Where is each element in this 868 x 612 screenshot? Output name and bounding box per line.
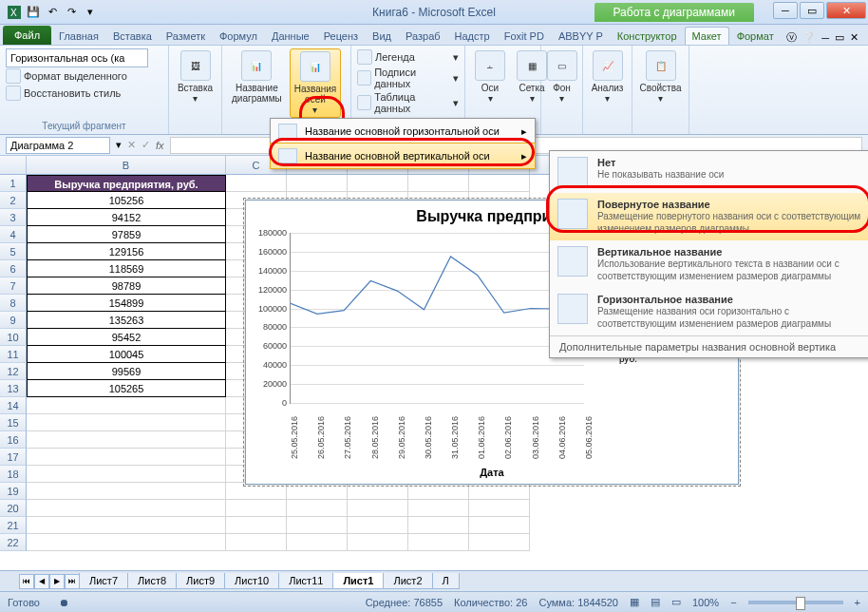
cell[interactable]: 118569	[27, 260, 226, 277]
close-button[interactable]: ✕	[826, 2, 866, 19]
cell[interactable]	[469, 500, 530, 517]
cell[interactable]	[408, 534, 469, 551]
row-header[interactable]: 16	[0, 431, 27, 449]
doc-close-icon[interactable]: ✕	[850, 31, 859, 44]
row-header[interactable]: 7	[0, 277, 27, 295]
cell[interactable]	[27, 500, 226, 517]
row-header[interactable]: 11	[0, 346, 27, 363]
tab-foxit[interactable]: Foxit PD	[498, 28, 551, 45]
cell[interactable]: 97859	[27, 226, 226, 243]
fx-icon[interactable]: fx	[156, 140, 164, 151]
sheet-tab[interactable]: Л	[432, 573, 460, 589]
sheet-nav-next[interactable]: ▶	[49, 574, 65, 589]
sheet-nav-first[interactable]: ⏮	[19, 574, 34, 589]
save-icon[interactable]: 💾	[25, 4, 42, 21]
view-pagebreak-icon[interactable]: ▭	[671, 596, 681, 608]
row-header[interactable]: 8	[0, 295, 27, 312]
option-horizontal[interactable]: Горизонтальное названиеРазмещение назван…	[550, 288, 868, 335]
row-header[interactable]: 5	[0, 243, 27, 260]
cell[interactable]	[226, 517, 287, 534]
legend-button[interactable]: Легенда▾	[357, 48, 459, 66]
chart-title-button[interactable]: 📊Название диаграммы	[228, 48, 286, 105]
minimize-button[interactable]: ─	[773, 2, 798, 19]
sheet-tab[interactable]: Лист1	[332, 573, 384, 589]
more-options[interactable]: Дополнительные параметры названия основн…	[550, 335, 868, 357]
cell[interactable]	[408, 175, 469, 192]
cell[interactable]: 154899	[27, 295, 226, 312]
tab-review[interactable]: Реценз	[317, 28, 365, 45]
row-header[interactable]: 2	[0, 192, 27, 209]
reset-style-button[interactable]: Восстановить стиль	[6, 85, 162, 102]
cell[interactable]	[348, 500, 408, 517]
cell[interactable]	[287, 500, 348, 517]
tab-data[interactable]: Данные	[265, 28, 316, 45]
cell[interactable]	[27, 517, 226, 534]
cell[interactable]	[348, 175, 408, 192]
row-header[interactable]: 9	[0, 312, 27, 329]
excel-icon[interactable]: X	[6, 4, 23, 21]
tab-view[interactable]: Вид	[366, 28, 398, 45]
properties-button[interactable]: 📋Свойства▾	[638, 48, 683, 105]
row-header[interactable]: 1	[0, 175, 27, 192]
row-header[interactable]: 12	[0, 363, 27, 380]
redo-icon[interactable]: ↷	[63, 4, 80, 21]
cell[interactable]	[348, 517, 408, 534]
zoom-in-icon[interactable]: +	[855, 597, 860, 608]
data-labels-button[interactable]: Подписи данных▾	[357, 66, 459, 90]
tab-formulas[interactable]: Формул	[213, 28, 264, 45]
ribbon-minimize-icon[interactable]: ⓥ	[786, 30, 797, 45]
cell[interactable]	[226, 175, 287, 192]
col-header-B[interactable]: B	[27, 156, 226, 174]
qat-more-icon[interactable]: ▾	[82, 4, 99, 21]
maximize-button[interactable]: ▭	[800, 2, 824, 19]
cell[interactable]: Выручка предприятия, руб.	[27, 175, 226, 192]
row-header[interactable]: 15	[0, 414, 27, 431]
cell[interactable]: 95452	[27, 329, 226, 346]
axis-titles-button[interactable]: 📊Названия осей▾	[290, 48, 342, 118]
cell[interactable]	[287, 534, 348, 551]
undo-icon[interactable]: ↶	[44, 4, 61, 21]
row-header[interactable]: 14	[0, 397, 27, 414]
chart-element-combo[interactable]	[6, 48, 148, 67]
tab-pagelayout[interactable]: Разметк	[160, 28, 212, 45]
tab-addins[interactable]: Надстр	[448, 28, 497, 45]
cell[interactable]	[408, 517, 469, 534]
sheet-tab[interactable]: Лист10	[224, 573, 279, 589]
chart-x-axis-label[interactable]: Дата	[246, 467, 738, 478]
zoom-slider[interactable]	[748, 601, 843, 604]
format-selection-button[interactable]: Формат выделенного	[6, 67, 162, 85]
tab-insert[interactable]: Вставка	[106, 28, 159, 45]
cell[interactable]	[27, 414, 226, 431]
zoom-level[interactable]: 100%	[692, 597, 719, 608]
cell[interactable]: 100045	[27, 346, 226, 363]
row-header[interactable]: 18	[0, 466, 27, 483]
background-button[interactable]: ▭Фон▾	[547, 48, 576, 105]
row-header[interactable]: 10	[0, 329, 27, 346]
cell[interactable]: 129156	[27, 243, 226, 260]
cell[interactable]: 98789	[27, 277, 226, 295]
cell[interactable]: 105265	[27, 380, 226, 397]
analysis-button[interactable]: 📈Анализ▾	[589, 48, 626, 105]
cell[interactable]	[408, 500, 469, 517]
doc-restore-icon[interactable]: ▭	[835, 31, 844, 44]
tab-chart-layout[interactable]: Макет	[685, 27, 729, 45]
row-header[interactable]: 6	[0, 260, 27, 277]
row-header[interactable]: 4	[0, 226, 27, 243]
doc-minimize-icon[interactable]: ─	[821, 32, 829, 44]
option-none[interactable]: НетНе показывать название оси	[550, 151, 868, 193]
cell[interactable]	[287, 517, 348, 534]
file-tab[interactable]: Файл	[3, 26, 51, 45]
sheet-tab[interactable]: Лист9	[176, 573, 225, 589]
row-header[interactable]: 17	[0, 449, 27, 466]
enter-icon[interactable]: ✓	[142, 139, 150, 151]
tab-chart-format[interactable]: Формат	[730, 28, 781, 45]
cell[interactable]: 99569	[27, 363, 226, 380]
option-vertical[interactable]: Вертикальное названиеИспользование верти…	[550, 240, 868, 288]
row-header[interactable]: 13	[0, 380, 27, 397]
cell[interactable]	[27, 449, 226, 466]
cell[interactable]	[226, 534, 287, 551]
select-all-corner[interactable]	[0, 156, 27, 174]
tab-developer[interactable]: Разраб	[399, 28, 447, 45]
cell[interactable]	[226, 500, 287, 517]
cell[interactable]: 94152	[27, 209, 226, 226]
